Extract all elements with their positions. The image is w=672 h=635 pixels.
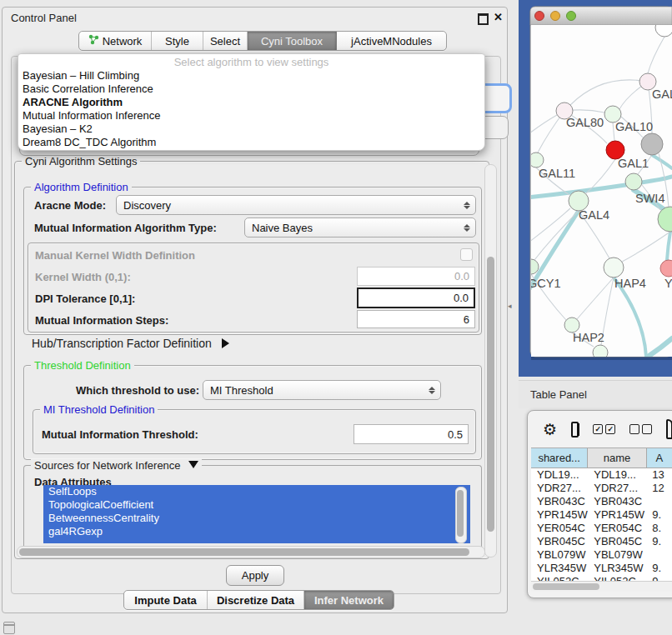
network-node[interactable] (604, 258, 624, 278)
apply-button[interactable]: Apply (226, 565, 284, 586)
table-cell: YPR145W (531, 508, 588, 522)
tab-style[interactable]: Style (152, 32, 203, 50)
which-threshold-combo[interactable]: MI Threshold (203, 380, 441, 400)
mi-algorithm-type-combo[interactable]: Naive Bayes (244, 218, 476, 238)
table-cell: YBL079W (588, 548, 646, 562)
dpi-tolerance-field[interactable]: 0.0 (357, 288, 475, 308)
node-table: shared...nameA YDL19...YDL19...13YDR27..… (531, 448, 672, 582)
table-header-row: shared...nameA (531, 448, 672, 468)
mi-threshold-value: 0.5 (448, 428, 463, 441)
table-row[interactable]: YER054CYER054C8. (531, 522, 672, 535)
node-label-hap2: HAP2 (573, 331, 604, 344)
desktop: { "window": { "title": "Control Panel" }… (0, 0, 672, 635)
table-cell: YDL19... (531, 468, 588, 482)
tab-select[interactable]: Select (203, 32, 248, 50)
table-row[interactable]: YDR27...YDR27...12 (531, 482, 672, 495)
table-panel-window: ⚙ ✓✓ shared...nameA YDL19...YDL19...13YD… (527, 410, 672, 598)
table-cell: YPR145W (588, 508, 646, 522)
deselect-all-columns-icon[interactable] (629, 424, 652, 434)
kernel-settings-box: Manual Kernel Width Definition Kernel Wi… (28, 242, 479, 332)
settings-group-title: Cyni Algorithm Settings (22, 155, 140, 168)
algorithm-option-bayesian-k2[interactable]: Bayesian – K2 (18, 122, 484, 136)
table-cell: YLR345W (531, 562, 588, 575)
tab-label: Select (210, 35, 240, 48)
column-header-shared[interactable]: shared... (531, 448, 588, 468)
kernel-width-value: 0.0 (454, 270, 469, 282)
attribute-item-topologicalcoefficient[interactable]: TopologicalCoefficient (43, 498, 470, 512)
table-cell: YBR043C (588, 495, 646, 508)
table-hscrollbar[interactable] (531, 581, 672, 592)
mi-steps-label: Mutual Information Steps: (35, 314, 168, 327)
network-node[interactable] (641, 133, 663, 155)
node-label-hap4: HAP4 (614, 277, 646, 290)
algorithm-option-mutual-information-inference[interactable]: Mutual Information Inference (18, 109, 484, 122)
node-label-swi4: SWI4 (635, 192, 664, 205)
table-row[interactable]: YBR045CYBR045C9. (531, 535, 672, 548)
combo-arrows-icon (429, 387, 435, 394)
tab-jactivemnodules[interactable]: jActiveMNodules (337, 32, 446, 50)
attributes-scrollbar[interactable] (455, 487, 467, 543)
algorithm-option-basic-correlation-inference[interactable]: Basic Correlation Inference (18, 82, 484, 96)
table-row[interactable]: YDL19...YDL19...13 (531, 468, 672, 482)
algorithm-option-bayesian-hill-climbing[interactable]: Bayesian – Hill Climbing (18, 69, 484, 82)
tab-discretize-data[interactable]: Discretize Data (208, 591, 304, 609)
tab-infer-network[interactable]: Infer Network (304, 591, 394, 609)
network-icon (88, 34, 99, 48)
attribute-item-gal4rgexp[interactable]: gal4RGexp (43, 525, 470, 538)
mi-steps-field[interactable]: 6 (357, 310, 475, 328)
table-row[interactable]: YBR043CYBR043C (531, 495, 672, 508)
table-cell: YLR345W (588, 562, 646, 575)
node-label-gal: GAL (652, 88, 672, 101)
mi-threshold-label: Mutual Information Threshold: (42, 428, 198, 441)
network-view[interactable]: GALGAL80GAL10GAL1GAL11SWI4GAL4GCY1HAP4YH… (519, 0, 672, 377)
table-panel-title: Table Panel (530, 388, 587, 401)
column-header-a[interactable]: A (647, 448, 672, 468)
table-row[interactable]: YLR345WYLR345W9. (531, 562, 672, 575)
tab-label: Cyni Toolbox (261, 35, 323, 48)
kernel-width-field[interactable]: 0.0 (357, 267, 475, 286)
float-window-icon[interactable] (478, 13, 489, 25)
node-label-gal1: GAL1 (618, 157, 649, 170)
aracne-mode-value: Discovery (123, 199, 171, 212)
select-all-columns-icon[interactable]: ✓✓ (593, 424, 615, 434)
hub-factor-expander[interactable]: Hub/Transcription Factor Definition (32, 337, 229, 350)
algorithm-option-dream8-dc-tdc-algorithm[interactable]: Dream8 DC_TDC Algorithm (18, 136, 484, 149)
mi-threshold-group-title: MI Threshold Definition (40, 403, 158, 416)
splitter-handle[interactable]: ◂ (508, 302, 512, 310)
tab-impute-data[interactable]: Impute Data (124, 591, 208, 609)
network-node[interactable] (625, 173, 642, 190)
manual-kernel-checkbox[interactable] (460, 248, 473, 261)
split-columns-icon[interactable] (571, 422, 579, 438)
export-table-icon[interactable] (666, 419, 672, 439)
node-label-gal80: GAL80 (566, 116, 604, 129)
dropdown-hint: Select algorithm to view settings (18, 56, 484, 69)
mi-threshold-field[interactable]: 0.5 (354, 424, 469, 444)
threshold-definition-title: Threshold Definition (31, 359, 134, 372)
settings-vscrollbar[interactable] (484, 164, 497, 558)
attribute-item-betweennesscentrality[interactable]: BetweennessCentrality (43, 512, 470, 525)
tab-label: Discretize Data (217, 594, 294, 607)
data-attributes-list[interactable]: SelfLoopsTopologicalCoefficientBetweenne… (43, 485, 470, 543)
attribute-item-selfloops[interactable]: SelfLoops (43, 485, 470, 498)
table-row[interactable]: YBL079WYBL079W (531, 548, 672, 562)
table-cell: 9. (646, 508, 672, 522)
minimize-traffic-light (551, 12, 560, 21)
sources-title-text: Sources for Network Inference (34, 459, 181, 472)
table-panel-header: Table Panel (519, 380, 672, 408)
close-icon[interactable]: ✕ (494, 11, 503, 23)
threshold-definition-group: Threshold Definition Which threshold to … (23, 365, 482, 460)
tab-label: Impute Data (134, 594, 196, 607)
column-header-name[interactable]: name (588, 448, 646, 468)
gear-icon[interactable]: ⚙ (543, 422, 557, 438)
algorithm-option-aracne-algorithm[interactable]: ARACNE Algorithm (18, 96, 484, 109)
table-cell: 13 (646, 468, 672, 482)
settings-hscrollbar[interactable] (17, 546, 485, 558)
aracne-mode-combo[interactable]: Discovery (116, 195, 476, 215)
tab-network[interactable]: Network (79, 32, 152, 50)
tab-label: Network (103, 35, 143, 48)
minimized-panel-icon[interactable] (3, 622, 15, 634)
mi-type-value: Naive Bayes (252, 222, 313, 234)
tab-cyni-toolbox[interactable]: Cyni Toolbox (248, 32, 337, 50)
table-row[interactable]: YPR145WYPR145W9. (531, 508, 672, 522)
sources-group-title[interactable]: Sources for Network Inference (31, 459, 202, 472)
